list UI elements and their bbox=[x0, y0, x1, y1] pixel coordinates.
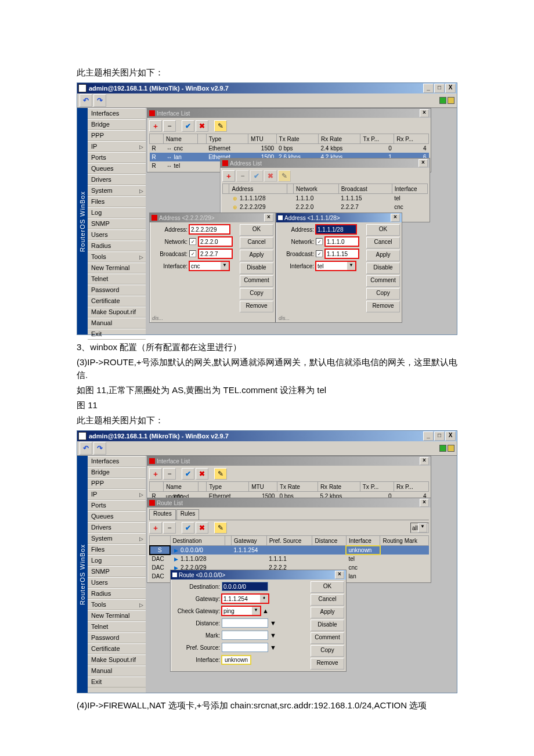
pref-source-input[interactable] bbox=[222, 643, 268, 652]
sidebar-item-system[interactable]: System▷ bbox=[88, 533, 146, 544]
sidebar-item-radius[interactable]: Radius bbox=[88, 588, 146, 599]
sidebar-item-interfaces[interactable]: Interfaces bbox=[88, 108, 146, 119]
redo-button[interactable]: ↷ bbox=[93, 94, 106, 107]
disable-button[interactable]: ✖ bbox=[196, 522, 208, 534]
titlebar[interactable]: admin@192.168.1.1 (MikroTik) - WinBox v2… bbox=[77, 83, 457, 93]
close-icon[interactable]: × bbox=[335, 571, 344, 579]
redo-button[interactable]: ↷ bbox=[93, 442, 106, 455]
sidebar-item-telnet[interactable]: Telnet bbox=[88, 273, 146, 285]
remove-button[interactable]: Remove bbox=[366, 301, 400, 312]
sidebar-item-exit[interactable]: Exit bbox=[88, 329, 146, 340]
sidebar-item-password[interactable]: Password bbox=[88, 285, 146, 296]
cancel-button[interactable]: Cancel bbox=[240, 237, 273, 249]
sidebar-item-queues[interactable]: Queues bbox=[88, 163, 146, 174]
table-row[interactable]: R↔cncEthernet15000 bps2.4 kbps04 bbox=[150, 144, 429, 153]
dropdown-icon[interactable]: ▼ bbox=[347, 261, 356, 271]
apply-button[interactable]: Apply bbox=[311, 607, 344, 618]
tab-routes[interactable]: Routes bbox=[149, 509, 176, 520]
sidebar-item-new-terminal[interactable]: New Terminal bbox=[88, 262, 146, 273]
add-button[interactable]: ＋ bbox=[149, 468, 162, 480]
sidebar-item-tools[interactable]: Tools▷ bbox=[88, 251, 146, 262]
sidebar-item-log[interactable]: Log bbox=[88, 555, 146, 566]
comment-button[interactable]: ✎ bbox=[214, 120, 227, 132]
enable-button[interactable]: ✔ bbox=[250, 170, 263, 182]
sidebar-item-interfaces[interactable]: Interfaces bbox=[88, 456, 146, 467]
check-gateway-select[interactable] bbox=[222, 606, 251, 615]
close-button[interactable]: X bbox=[445, 431, 456, 441]
sidebar-item-drivers[interactable]: Drivers bbox=[88, 522, 146, 533]
filter-select[interactable]: all▼ bbox=[410, 523, 429, 533]
copy-button[interactable]: Copy bbox=[311, 645, 344, 657]
sidebar-item-snmp[interactable]: SNMP bbox=[88, 566, 146, 577]
gateway-input[interactable] bbox=[222, 594, 259, 603]
mark-input[interactable] bbox=[222, 631, 268, 640]
comment-button[interactable]: Comment bbox=[240, 275, 273, 287]
sidebar-item-log[interactable]: Log bbox=[88, 207, 146, 218]
enable-button[interactable]: ✔ bbox=[182, 522, 194, 534]
table-row[interactable]: ⊕2.2.2.2/292.2.2.02.2.2.7cnc bbox=[223, 203, 428, 211]
network-input[interactable] bbox=[325, 237, 359, 246]
close-icon[interactable]: × bbox=[420, 457, 429, 465]
broadcast-input[interactable] bbox=[199, 249, 232, 258]
titlebar[interactable]: admin@192.168.1.1 (MikroTik) - WinBox v2… bbox=[77, 431, 457, 441]
sidebar-item-new-terminal[interactable]: New Terminal bbox=[88, 610, 146, 621]
copy-button[interactable]: Copy bbox=[366, 288, 400, 300]
disable-button[interactable]: ✖ bbox=[196, 468, 208, 480]
sidebar-item-telnet[interactable]: Telnet bbox=[88, 621, 146, 632]
table-row[interactable]: DAC▶1.1.1.0/281.1.1.1tel bbox=[150, 555, 429, 563]
broadcast-input[interactable] bbox=[325, 249, 359, 258]
undo-button[interactable]: ↶ bbox=[80, 442, 92, 455]
disable-button[interactable]: Disable bbox=[240, 262, 273, 274]
interface-select[interactable] bbox=[189, 261, 220, 271]
sidebar-item-queues[interactable]: Queues bbox=[88, 511, 146, 522]
address-input[interactable] bbox=[189, 225, 230, 234]
sidebar-item-bridge[interactable]: Bridge bbox=[88, 119, 146, 130]
sidebar-item-ppp[interactable]: PPP bbox=[88, 478, 146, 489]
network-input[interactable] bbox=[199, 237, 232, 246]
sidebar-item-manual[interactable]: Manual bbox=[88, 665, 146, 676]
ok-button[interactable]: OK bbox=[366, 224, 400, 236]
add-button[interactable]: ＋ bbox=[149, 120, 162, 132]
comment-button[interactable]: ✎ bbox=[278, 170, 291, 182]
sidebar-item-files[interactable]: Files bbox=[88, 196, 146, 207]
tab-rules[interactable]: Rules bbox=[176, 509, 200, 520]
apply-button[interactable]: Apply bbox=[240, 250, 273, 261]
minimize-button[interactable]: _ bbox=[423, 84, 434, 93]
cancel-button[interactable]: Cancel bbox=[311, 594, 344, 606]
close-icon[interactable]: × bbox=[391, 214, 400, 222]
sidebar-item-make-supout-rif[interactable]: Make Supout.rif bbox=[88, 307, 146, 318]
sidebar-item-bridge[interactable]: Bridge bbox=[88, 467, 146, 478]
comment-button[interactable]: ✎ bbox=[214, 522, 227, 534]
sidebar-item-system[interactable]: System▷ bbox=[88, 185, 146, 196]
remove-button[interactable]: − bbox=[163, 522, 176, 534]
comment-button[interactable]: ✎ bbox=[214, 468, 227, 480]
disable-button[interactable]: Disable bbox=[311, 620, 344, 631]
sidebar-item-certificate[interactable]: Certificate bbox=[88, 296, 146, 307]
disable-button[interactable]: ✖ bbox=[264, 170, 277, 182]
add-button[interactable]: ＋ bbox=[149, 522, 162, 534]
sidebar-item-password[interactable]: Password bbox=[88, 632, 146, 643]
ok-button[interactable]: OK bbox=[240, 224, 273, 236]
dropdown-icon[interactable]: ▼ bbox=[220, 261, 229, 271]
maximize-button[interactable]: □ bbox=[434, 84, 445, 93]
close-button[interactable]: X bbox=[445, 84, 456, 93]
comment-button[interactable]: Comment bbox=[311, 632, 344, 644]
remove-button[interactable]: − bbox=[163, 468, 176, 480]
remove-button[interactable]: Remove bbox=[311, 658, 344, 669]
remove-button[interactable]: Remove bbox=[240, 301, 273, 312]
sidebar-item-users[interactable]: Users bbox=[88, 229, 146, 240]
enable-button[interactable]: ✔ bbox=[182, 120, 194, 132]
sidebar-item-radius[interactable]: Radius bbox=[88, 240, 146, 251]
destination-input[interactable] bbox=[222, 582, 268, 591]
sidebar-item-manual[interactable]: Manual bbox=[88, 318, 146, 329]
up-toggle[interactable]: ▲ bbox=[262, 607, 269, 614]
interface-list-header[interactable]: Interface List × bbox=[147, 109, 431, 118]
sidebar-item-drivers[interactable]: Drivers bbox=[88, 174, 146, 185]
close-icon[interactable]: × bbox=[418, 159, 428, 167]
sidebar-item-ports[interactable]: Ports bbox=[88, 500, 146, 511]
undo-button[interactable]: ↶ bbox=[80, 94, 92, 107]
apply-button[interactable]: Apply bbox=[366, 250, 400, 261]
minimize-button[interactable]: _ bbox=[423, 431, 434, 441]
maximize-button[interactable]: □ bbox=[434, 431, 445, 441]
address-input[interactable] bbox=[316, 225, 356, 234]
